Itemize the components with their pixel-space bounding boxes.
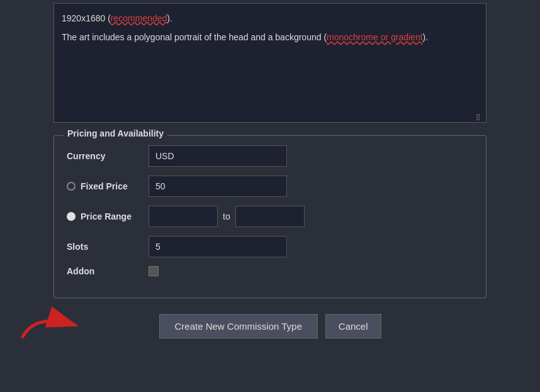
resize-handle: ⣿ <box>476 112 483 120</box>
price-range-row: Price Range to <box>67 206 473 227</box>
to-label: to <box>223 211 230 221</box>
price-range-label-group: Price Range <box>67 211 149 221</box>
description-textarea[interactable]: 1920x1680 (recommended). The art include… <box>53 3 487 123</box>
fixed-price-input[interactable] <box>149 176 287 197</box>
recommended-text: recommended <box>111 13 167 23</box>
addon-checkbox[interactable] <box>149 266 159 276</box>
currency-label: Currency <box>67 151 149 161</box>
textarea-line2: The art includes a polygonal portrait of… <box>62 30 478 44</box>
monochrome-text: monochrome or gradient <box>327 32 423 42</box>
slots-input[interactable] <box>149 236 287 257</box>
arrow-container <box>16 306 85 347</box>
addon-row: Addon <box>67 266 473 276</box>
slots-row: Slots <box>67 236 473 257</box>
addon-label: Addon <box>67 266 149 276</box>
pricing-section: Pricing and Availability Currency Fixed … <box>53 135 487 298</box>
price-range-to-input[interactable] <box>235 206 305 227</box>
pricing-legend: Pricing and Availability <box>64 128 167 138</box>
pricing-section-label: Pricing and Availability <box>67 128 164 138</box>
fixed-price-label-group: Fixed Price <box>67 181 149 191</box>
price-range-radio[interactable] <box>67 212 76 221</box>
arrow-icon <box>16 306 85 344</box>
fixed-price-row: Fixed Price <box>67 176 473 197</box>
buttons-section: Create New Commission Type Cancel <box>53 314 487 339</box>
price-range-label: Price Range <box>81 211 132 221</box>
fixed-price-label: Fixed Price <box>81 181 128 191</box>
fixed-price-radio[interactable] <box>67 182 76 191</box>
currency-row: Currency <box>67 145 473 167</box>
textarea-line1: 1920x1680 (recommended). <box>62 11 478 25</box>
currency-input[interactable] <box>149 145 287 167</box>
price-range-from-input[interactable] <box>149 206 218 227</box>
create-button[interactable]: Create New Commission Type <box>159 314 318 339</box>
page-wrapper: 1920x1680 (recommended). The art include… <box>0 0 540 392</box>
slots-label: Slots <box>67 242 149 252</box>
price-range-inputs: to <box>149 206 305 227</box>
cancel-button[interactable]: Cancel <box>325 314 381 339</box>
textarea-section: 1920x1680 (recommended). The art include… <box>53 0 487 123</box>
